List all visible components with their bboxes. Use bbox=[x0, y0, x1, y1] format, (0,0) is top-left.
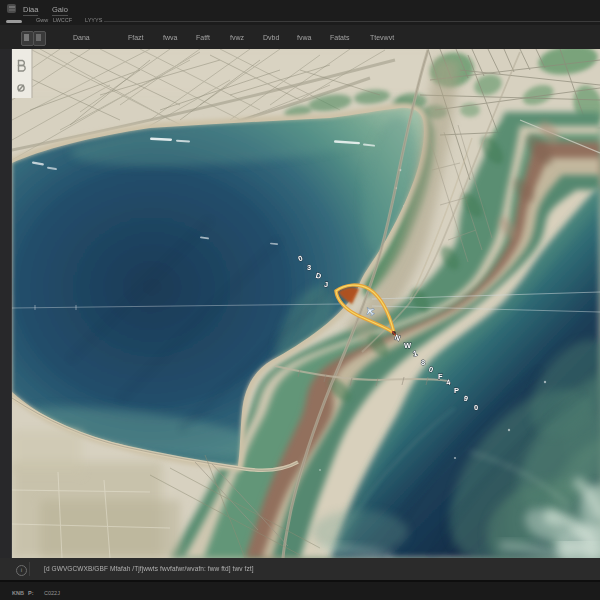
svg-text:P: P bbox=[454, 386, 459, 395]
svg-text:3: 3 bbox=[307, 263, 311, 272]
svg-text:0: 0 bbox=[474, 403, 478, 412]
svg-text:J: J bbox=[324, 280, 328, 289]
svg-text:W: W bbox=[404, 341, 412, 350]
svg-text:8: 8 bbox=[421, 358, 425, 367]
svg-text:F: F bbox=[438, 372, 443, 381]
